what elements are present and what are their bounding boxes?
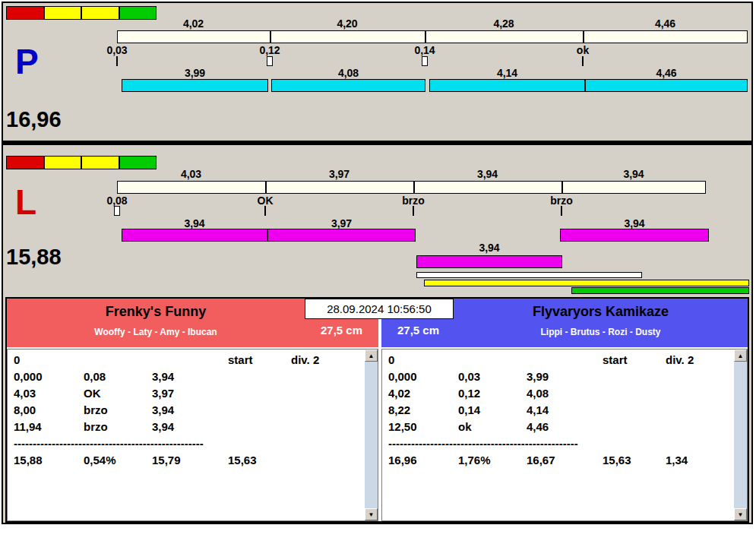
team-left-dogs: Wooffy - Laty - Amy - Ibucan — [7, 327, 305, 337]
traffic-green-segment — [119, 156, 157, 169]
change-time-label: 0,08 — [90, 195, 144, 206]
table-cell: 3,94 — [152, 370, 174, 384]
team-left-results-table: 0 start div. 2 0,000 0,08 3,94 4,03 OK 3… — [7, 349, 378, 521]
split-time-label: 3,94 — [413, 169, 561, 179]
table-cell: 4,08 — [527, 387, 549, 400]
summary-best: 15,63 — [228, 454, 257, 467]
table-cell: 4,14 — [527, 403, 549, 417]
change-time-label: OK — [239, 195, 292, 206]
table-cell: ok — [458, 420, 472, 434]
scroll-down-icon: ▼ — [738, 511, 744, 518]
summary-net: 15,79 — [152, 454, 181, 467]
split-divider — [413, 182, 415, 193]
table-cell: 0,14 — [458, 403, 480, 417]
split-divider — [561, 182, 563, 193]
table-cell: brzo — [84, 420, 108, 434]
progress-bar-yellow — [424, 280, 749, 286]
split-time-label: 3,97 — [265, 169, 413, 179]
table-cell: 0,03 — [458, 370, 480, 384]
table-cell: OK — [84, 387, 101, 400]
summary-percent: 0,54% — [84, 454, 116, 467]
table-cell: 0,12 — [458, 387, 480, 400]
match-panel: Frenky's Funny Wooffy - Laty - Amy - Ibu… — [5, 297, 749, 523]
scroll-down-button[interactable]: ▼ — [365, 508, 378, 520]
change-time-label: brzo — [387, 195, 440, 206]
progress-bar-green — [571, 287, 749, 294]
traffic-yellow-segment — [81, 156, 119, 169]
split-divider — [270, 31, 271, 43]
lap-time-label: 3,94 — [122, 218, 267, 229]
table-cell: 4,02 — [388, 387, 410, 400]
team-right-results-table: 0 start div. 2 0,000 0,03 3,99 4,02 0,12… — [381, 349, 748, 521]
lap-time-label: 3,99 — [122, 68, 268, 78]
lap-bar — [122, 79, 268, 92]
split-bar — [117, 181, 706, 194]
track-p-letter: P — [15, 44, 39, 79]
column-header-start: start — [603, 353, 628, 367]
table-separator-line: ----------------------------------------… — [388, 437, 578, 451]
summary-total: 15,88 — [14, 454, 43, 467]
summary-diff: 1,34 — [666, 454, 688, 467]
split-time-label: 4,20 — [270, 18, 425, 29]
summary-best: 15,63 — [603, 454, 631, 467]
split-divider — [583, 31, 584, 43]
table-cell: 4,03 — [14, 387, 36, 400]
change-tick-mark — [264, 206, 266, 216]
change-tick-box — [267, 56, 273, 66]
track-p-total-time: 16,96 — [6, 109, 62, 131]
team-right-name: Flyvaryors Kamikaze — [454, 304, 748, 320]
column-header-start: start — [228, 353, 253, 367]
team-right-header-text: Flyvaryors Kamikaze Lippi - Brutus - Roz… — [454, 299, 748, 347]
lap-time-label: 4,14 — [429, 68, 585, 78]
change-tick-mark — [582, 56, 584, 66]
team-left-header-text: Frenky's Funny Wooffy - Laty - Amy - Ibu… — [7, 299, 305, 347]
table-cell: 3,99 — [527, 370, 549, 384]
lap-time-label: 3,97 — [267, 218, 416, 229]
track-l-section: L 15,88 4,03 3,97 3,94 3,94 0,08 OK brzo… — [3, 145, 751, 296]
split-time-label: 4,28 — [425, 18, 583, 29]
table-cell: 8,00 — [14, 403, 36, 417]
scroll-up-icon: ▲ — [738, 353, 744, 359]
lap-time-label: 4,08 — [271, 68, 425, 78]
lap-bar — [267, 229, 416, 242]
table-cell: 4,46 — [527, 420, 549, 434]
table-separator-line: ----------------------------------------… — [14, 437, 204, 451]
jump-height-left: 27,5 cm — [305, 322, 378, 339]
status-value: 0 — [388, 353, 394, 367]
scroll-down-icon: ▼ — [369, 511, 375, 518]
change-tick-mark — [413, 206, 414, 216]
table-cell: 0,000 — [388, 370, 417, 384]
lap-time-label: 3,94 — [560, 218, 709, 229]
team-right-dogs: Lippi - Brutus - Rozi - Dusty — [454, 327, 748, 337]
scroll-up-button[interactable]: ▲ — [365, 349, 378, 362]
lap-bar — [122, 229, 267, 242]
table-scrollbar[interactable]: ▲ ▼ — [734, 349, 747, 520]
split-divider — [425, 31, 426, 43]
status-value: 0 — [14, 353, 20, 367]
datetime-display: 28.09.2024 10:56:50 — [305, 299, 454, 319]
table-cell: 12,50 — [388, 420, 417, 434]
lap-bar — [271, 79, 425, 92]
traffic-red-segment — [6, 156, 44, 169]
change-time-label: 0,14 — [398, 45, 451, 55]
change-time-label: brzo — [535, 195, 588, 206]
summary-net: 16,67 — [527, 454, 555, 467]
table-cell: 8,22 — [388, 403, 410, 417]
summary-percent: 1,76% — [458, 454, 491, 467]
scroll-up-button[interactable]: ▲ — [734, 349, 747, 362]
split-divider — [265, 182, 267, 193]
change-time-label: 0,03 — [90, 45, 144, 55]
split-time-label: 4,03 — [117, 169, 265, 179]
column-header-division: div. 2 — [291, 353, 319, 367]
change-tick-mark — [116, 56, 118, 66]
table-cell: 0,000 — [14, 370, 43, 384]
change-tick-box — [422, 56, 428, 66]
table-scrollbar[interactable]: ▲ ▼ — [365, 349, 378, 520]
progress-bar-empty — [416, 272, 642, 278]
scroll-down-button[interactable]: ▼ — [734, 508, 747, 520]
app-window: P 16,96 4,02 4,20 4,28 4,46 0,03 0,12 0,… — [2, 2, 753, 524]
table-cell: brzo — [84, 403, 108, 417]
table-cell: 3,97 — [152, 387, 174, 400]
table-cell: 3,94 — [152, 420, 174, 434]
team-left-name: Frenky's Funny — [7, 304, 305, 320]
